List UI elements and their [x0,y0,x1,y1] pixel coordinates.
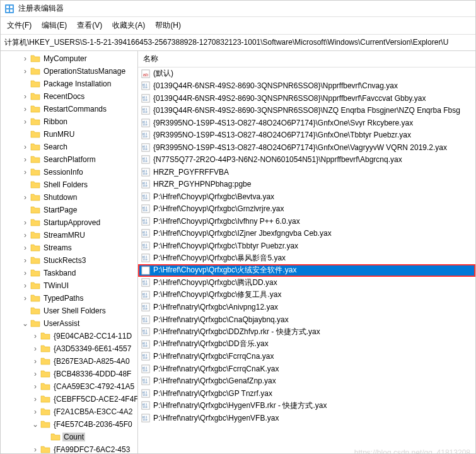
tree-item[interactable]: ›RestartCommands [1,103,137,115]
tree-pane[interactable]: ›MyComputer›OperationStatusManagePackage… [1,51,138,454]
chevron-right-icon[interactable]: › [31,395,40,404]
tree-item[interactable]: ›SearchPlatform [1,153,137,166]
chevron-right-icon[interactable]: › [21,67,30,76]
chevron-right-icon[interactable]: › [31,332,40,340]
chevron-right-icon[interactable]: › [21,54,30,63]
tree-item[interactable]: ›Ribbon [1,115,137,128]
list-row[interactable]: 011110P:\Hfref\natry\Qrfxgbc\DD音乐.yax [138,338,475,351]
chevron-down-icon[interactable]: ⌄ [21,319,30,328]
chevron-right-icon[interactable]: › [21,243,30,252]
chevron-right-icon[interactable]: › [21,92,30,101]
tree-item[interactable]: User Shell Folders [1,305,137,317]
tree-item[interactable]: Shell Folders [1,178,137,191]
tree-item[interactable]: ›{CEBFF5CD-ACE2-4F4F [1,393,137,405]
chevron-right-icon[interactable]: › [21,231,30,240]
list-row[interactable]: 011110P:\Hfref\natry\Qrfxgbc\DDZhfvp.rkr… [138,326,475,339]
chevron-right-icon[interactable]: › [21,117,30,126]
list-row[interactable]: 011110{9R3995NO-1S9P-4S13-O827-48O24O6P7… [138,129,475,142]
chevron-right-icon[interactable]: › [21,168,30,177]
list-row[interactable]: 011110P:\Hfref\Choyvp\Qrfxgbc\Ivfhny P++… [138,215,475,228]
list-row[interactable]: 011110{9R3995NO-1S9P-4S13-O827-48O24O6P7… [138,117,475,129]
tree-item[interactable]: ›TWinUI [1,279,137,292]
tree-item[interactable]: ›StuckRects3 [1,254,137,267]
tree-item[interactable]: ›MyComputer [1,52,137,65]
tree-item[interactable]: ⌄{F4E57C4B-2036-45F0 [1,418,137,431]
list-row[interactable]: 011110P:\Hfref\natry\Qrfxgbc\FcrrqCna.ya… [138,351,475,363]
tree-item[interactable]: StartPage [1,204,137,216]
tree-item[interactable]: ›{9E04CAB2-CC14-11D [1,330,137,342]
chevron-right-icon[interactable]: › [31,357,40,366]
tree-item[interactable]: ›OperationStatusManage [1,65,137,78]
list-row[interactable]: 011110{9R3995NO-1S9P-4S13-O827-48O24O6P7… [138,141,475,154]
chevron-right-icon[interactable]: › [31,407,40,416]
folder-icon [40,331,50,341]
list-row[interactable]: 011110{N77S5Q77-2R2O-44P3-N6N2-NON601054… [138,154,475,166]
list-row[interactable]: 011110HRZR_PGYHPNPbhag:pgbe [138,178,475,191]
list-row[interactable]: 011110P:\Hfref\Choyvp\Qrfxgbc\Grnzlvrjre… [138,203,475,216]
chevron-right-icon[interactable]: › [21,155,30,164]
tree-item[interactable]: ›StartupApproved [1,216,137,229]
list-row[interactable]: 011110P:\Hfref\Choyvp\Qrfxgbc\修复工具.yax [138,289,475,301]
list-row[interactable]: 011110P:\Hfref\Choyvp\Qrfxgbc\腾讯DD.yax [138,277,475,289]
list-row[interactable]: 011110P:\Hfref\Choyvp\Qrfxgbc\Tbbtyr Pue… [138,240,475,252]
tree-item[interactable]: ›Search [1,141,137,153]
list-row[interactable]: 011110P:\Hfref\Choyvp\Qrfxgbc\Bevtva.yax [138,190,475,203]
list-row[interactable]: 011110HRZR_PGYFRFFVBA [138,166,475,178]
list-row[interactable]: 011110P:\Hfref\natry\Qrfxgbc\FcrrqCnaK.y… [138,363,475,375]
address-bar[interactable]: 计算机\HKEY_USERS\S-1-5-21-394166453-256738… [1,35,475,51]
folder-icon [40,394,50,404]
chevron-right-icon[interactable]: › [31,445,40,454]
menu-fav[interactable]: 收藏夹(A) [107,18,150,33]
chevron-right-icon[interactable]: › [31,382,40,391]
svg-text:110: 110 [142,172,148,175]
chevron-right-icon[interactable]: › [21,218,30,227]
tree-item[interactable]: ›Streams [1,242,137,254]
tree-item[interactable]: ›{CAA59E3C-4792-41A5 [1,380,137,393]
list-row[interactable]: 011110{0139Q44R-6NSR-49S2-8690-3QNSPNR6S… [138,92,475,105]
chevron-right-icon[interactable]: › [31,344,40,353]
list-row[interactable]: 011110{0139Q44R-6NSR-49S2-8690-3QNSPNR6S… [138,80,475,93]
list-row[interactable]: ab(默认) [138,67,475,80]
tree-item[interactable]: ›RecentDocs [1,90,137,103]
list-row[interactable]: 011110P:\Hfref\Choyvp\Qrfxgbc\IZjner Jbe… [138,228,475,240]
tree-item[interactable]: ⌄UserAssist [1,317,137,330]
list-row[interactable]: 011110P:\Hfref\natry\Qrfxgbc\HygenVFB.rk… [138,400,475,412]
tree-item[interactable]: Package Installation [1,78,137,90]
chevron-right-icon[interactable]: › [21,281,30,290]
tree-item[interactable]: ›{BCB48336-4DDD-48F [1,368,137,380]
tree-item[interactable]: Count [1,431,137,443]
tree-item[interactable]: ›Shutdown [1,191,137,204]
menu-file[interactable]: 文件(F) [2,18,37,33]
tree-item[interactable]: ›StreamMRU [1,229,137,242]
chevron-right-icon[interactable]: › [21,269,30,277]
menu-view[interactable]: 查看(V) [72,18,107,33]
menu-edit[interactable]: 编辑(E) [37,18,72,33]
list-row[interactable]: 011110P:\Hfref\Choyvp\Qrfxgbc\暴风影音5.yax [138,252,475,265]
tree-item[interactable]: ›Taskband [1,267,137,279]
tree-item[interactable]: RunMRU [1,128,137,141]
tree-item[interactable]: ›{B267E3AD-A825-4A0 [1,355,137,368]
menu-help[interactable]: 帮助(H) [150,18,186,33]
column-header-name[interactable]: 名称 [138,51,475,67]
tree-item[interactable]: ›{F2A1CB5A-E3CC-4A2 [1,405,137,418]
chevron-right-icon[interactable]: › [21,105,30,114]
tree-item[interactable]: ›{FA99DFC7-6AC2-453 [1,443,137,454]
list-row[interactable]: 011110P:\Hfref\natry\Qrfxgbc\Anivpng12.y… [138,301,475,314]
tree-item[interactable]: ›TypedPaths [1,292,137,305]
list-row[interactable]: 011110P:\Hfref\natry\Qrfxgbc\HygenVFB.ya… [138,412,475,424]
list-row[interactable]: 011110{0139Q44R-6NSR-49S2-8690-3QNSPNR6S… [138,105,475,117]
chevron-right-icon[interactable]: › [31,370,40,378]
chevron-right-icon[interactable]: › [21,294,30,303]
chevron-right-icon[interactable]: › [21,256,30,265]
chevron-right-icon[interactable]: › [21,143,30,151]
list-pane[interactable]: 名称 ab(默认)011110{0139Q44R-6NSR-49S2-8690-… [138,51,475,454]
list-row[interactable]: 011110P:\Hfref\natry\Qrfxgbc\CnaQbjaybnq… [138,313,475,326]
chevron-down-icon[interactable]: ⌄ [31,420,40,429]
reg-binary-icon: 011110 [141,413,151,423]
list-row[interactable]: 011110P:\Hfref\natry\Qrfxgbc\GP Tnzrf.ya… [138,387,475,400]
list-row[interactable]: 011110P:\Hfref\natry\Qrfxgbc\GenafZnp.ya… [138,375,475,388]
list-row[interactable]: 011110P:\Hfref\Choyvp\Qrfxgbc\火绒安全软件.yax [138,264,475,277]
tree-item[interactable]: ›SessionInfo [1,166,137,178]
chevron-right-icon[interactable]: › [21,193,30,202]
tree-item[interactable]: ›{A3D53349-6E61-4557 [1,342,137,355]
